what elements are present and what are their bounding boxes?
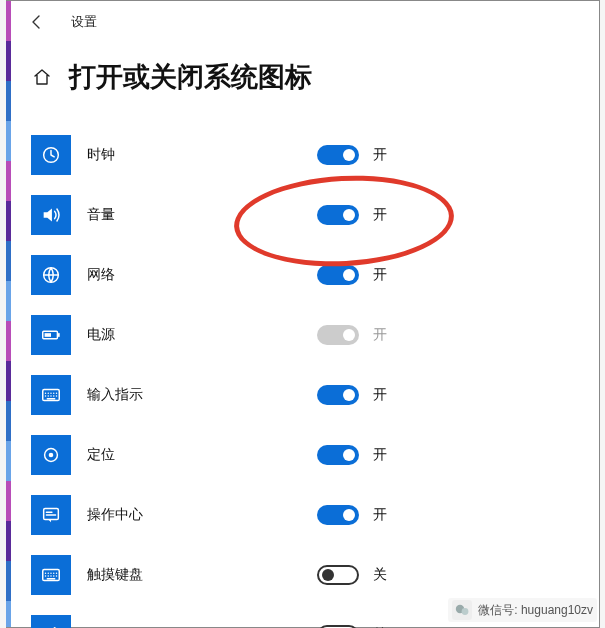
topbar-title: 设置: [71, 13, 97, 31]
pen-icon: [31, 615, 71, 628]
setting-label: 时钟: [71, 146, 317, 164]
toggle-state-text: 开: [373, 506, 387, 524]
action-icon: [31, 495, 71, 535]
page-header: 打开或关闭系统图标: [7, 37, 599, 105]
svg-rect-8: [44, 509, 59, 520]
toggle-knob: [343, 329, 355, 341]
setting-label: 电源: [71, 326, 317, 344]
setting-label: 操作中心: [71, 506, 317, 524]
toggle-knob: [343, 269, 355, 281]
keyboard-icon: [31, 555, 71, 595]
back-button[interactable]: [25, 10, 49, 34]
svg-rect-4: [45, 333, 51, 337]
setting-label: 网络: [71, 266, 317, 284]
toggle-touchkb[interactable]: [317, 565, 359, 585]
globe-icon: [31, 255, 71, 295]
toggle-network[interactable]: [317, 265, 359, 285]
settings-window: 设置 打开或关闭系统图标 时钟开音量开网络开电源开输入指示开定位开操作中心开触摸…: [6, 0, 600, 628]
toggle-state-text: 开: [373, 206, 387, 224]
setting-row-clock: 时钟开: [7, 125, 599, 185]
target-icon: [31, 435, 71, 475]
toggle-state-text: 开: [373, 446, 387, 464]
setting-label: 触摸键盘: [71, 566, 317, 584]
toggle-clock[interactable]: [317, 145, 359, 165]
icon-toggle-list: 时钟开音量开网络开电源开输入指示开定位开操作中心开触摸键盘关Windows In…: [7, 105, 599, 628]
toggle-knob: [343, 149, 355, 161]
clock-icon: [31, 135, 71, 175]
toggle-state-text: 开: [373, 266, 387, 284]
setting-row-ime: 输入指示开: [7, 365, 599, 425]
setting-label: 音量: [71, 206, 317, 224]
topbar: 设置: [7, 1, 599, 37]
page-title: 打开或关闭系统图标: [69, 59, 312, 95]
toggle-state-text: 开: [373, 146, 387, 164]
setting-row-power: 电源开: [7, 305, 599, 365]
toggle-knob: [343, 509, 355, 521]
setting-row-volume: 音量开: [7, 185, 599, 245]
toggle-state-text: 关: [373, 566, 387, 584]
volume-icon: [31, 195, 71, 235]
keyboard-icon: [31, 375, 71, 415]
svg-point-11: [462, 608, 469, 615]
setting-label: 定位: [71, 446, 317, 464]
toggle-state-text: 开: [373, 326, 387, 344]
setting-row-location: 定位开: [7, 425, 599, 485]
arrow-left-icon: [29, 14, 45, 30]
home-button[interactable]: [31, 66, 53, 88]
home-icon: [32, 67, 52, 87]
toggle-knob: [343, 449, 355, 461]
toggle-state-text: 开: [373, 386, 387, 404]
wechat-overlay: 微信号: huguang10zv: [448, 598, 597, 622]
window-accent-strip: [6, 1, 11, 627]
toggle-actioncenter[interactable]: [317, 505, 359, 525]
svg-point-7: [49, 453, 54, 458]
setting-row-touchkb: 触摸键盘关: [7, 545, 599, 605]
toggle-location[interactable]: [317, 445, 359, 465]
setting-row-network: 网络开: [7, 245, 599, 305]
wechat-icon: [452, 600, 472, 620]
setting-row-actioncenter: 操作中心开: [7, 485, 599, 545]
wechat-label: 微信号: huguang10zv: [478, 602, 593, 619]
battery-icon: [31, 315, 71, 355]
toggle-knob: [322, 569, 334, 581]
toggle-ime[interactable]: [317, 385, 359, 405]
svg-rect-3: [58, 333, 60, 337]
toggle-knob: [343, 209, 355, 221]
toggle-volume[interactable]: [317, 205, 359, 225]
toggle-power: [317, 325, 359, 345]
toggle-knob: [343, 389, 355, 401]
setting-label: 输入指示: [71, 386, 317, 404]
